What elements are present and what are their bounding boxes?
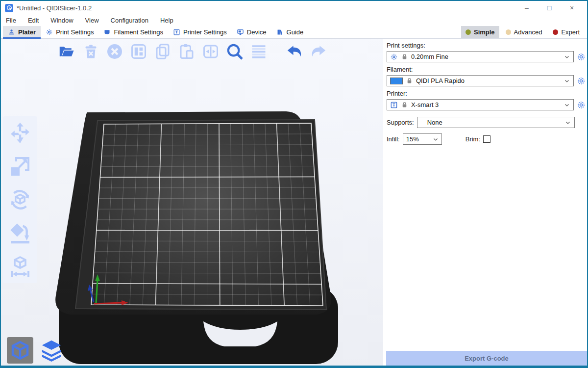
menu-help[interactable]: Help: [160, 17, 173, 24]
chevron-down-icon: [433, 136, 439, 142]
edit-printer-button[interactable]: [576, 100, 586, 109]
menu-file[interactable]: File: [6, 17, 16, 24]
gizmo-toolbar: [3, 116, 37, 283]
app-window: *Untitled - QIDISlicer-1.0.2 – □ × File …: [0, 0, 588, 368]
measure-gizmo-button[interactable]: [7, 254, 33, 279]
lock-icon: [401, 53, 408, 60]
print-settings-value: 0.20mm Fine: [411, 53, 561, 60]
redo-button[interactable]: [309, 42, 328, 61]
filament-value: QIDI PLA Rapido: [416, 77, 561, 84]
filament-color-swatch: [390, 78, 403, 84]
chevron-down-icon: [564, 54, 570, 60]
simple-dot-icon: [466, 29, 471, 35]
split-to-objects-button[interactable]: [201, 42, 220, 61]
window-title: *Untitled - QIDISlicer-1.0.2: [17, 4, 92, 12]
titlebar: *Untitled - QIDISlicer-1.0.2 – □ ×: [1, 1, 587, 15]
mode-simple[interactable]: Simple: [461, 26, 499, 38]
chevron-down-icon: [565, 120, 571, 126]
print-bed: [1, 39, 383, 366]
menu-configuration[interactable]: Configuration: [111, 17, 148, 24]
supports-combo[interactable]: None: [417, 117, 575, 128]
delete-all-button[interactable]: [105, 42, 124, 61]
paste-button[interactable]: [177, 42, 196, 61]
search-button[interactable]: [225, 42, 245, 61]
edit-filament-button[interactable]: [576, 76, 586, 85]
printer-label: Printer:: [387, 90, 586, 97]
chevron-down-icon: [564, 102, 570, 108]
chevron-down-icon: [564, 78, 570, 84]
supports-label: Supports:: [387, 119, 414, 126]
undo-button[interactable]: [285, 42, 304, 61]
3d-editor-view-button[interactable]: [7, 337, 33, 364]
gear-icon: [46, 28, 53, 36]
app-logo-icon: [5, 4, 13, 12]
expert-dot-icon: [553, 29, 558, 35]
tab-filament-settings[interactable]: Filament Settings: [98, 26, 168, 38]
filament-combo[interactable]: QIDI PLA Rapido: [387, 75, 574, 86]
delete-button[interactable]: [81, 42, 100, 61]
print-settings-label: Print settings:: [387, 42, 586, 49]
tab-printer-settings[interactable]: Printer Settings: [168, 26, 232, 38]
mode-selector: Simple Advanced Expert: [461, 26, 585, 38]
tab-plater[interactable]: Plater: [3, 26, 41, 38]
view-mode-buttons: [7, 337, 65, 364]
variable-layer-height-button[interactable]: [249, 42, 269, 61]
export-gcode-button[interactable]: Export G-code: [386, 351, 587, 366]
filament-icon: [103, 28, 111, 36]
printer-value: X-smart 3: [411, 101, 561, 108]
printer-icon: [173, 28, 180, 36]
brim-checkbox[interactable]: [483, 135, 490, 143]
print-settings-combo[interactable]: 0.20mm Fine: [387, 51, 574, 62]
menu-view[interactable]: View: [85, 17, 99, 24]
maximize-button[interactable]: □: [538, 1, 561, 14]
lock-icon: [401, 102, 408, 108]
plater-icon: [8, 28, 15, 36]
3d-viewport[interactable]: [1, 39, 383, 366]
books-icon: [276, 28, 284, 36]
settings-panel: Print settings: 0.20mm Fine Filament:: [383, 39, 587, 366]
minimize-button[interactable]: –: [515, 1, 538, 14]
filament-label: Filament:: [387, 66, 586, 73]
preset-gear-icon: [390, 53, 398, 61]
arrange-button[interactable]: [129, 42, 148, 61]
mode-advanced[interactable]: Advanced: [501, 26, 547, 38]
tab-print-settings[interactable]: Print Settings: [41, 26, 98, 38]
infill-combo[interactable]: 15%: [403, 133, 442, 145]
rotate-gizmo-button[interactable]: [7, 187, 33, 212]
copy-button[interactable]: [153, 42, 172, 61]
lock-icon: [406, 78, 413, 84]
supports-value: None: [427, 119, 562, 126]
top-toolbar: [57, 42, 328, 61]
menu-window[interactable]: Window: [50, 17, 73, 24]
advanced-dot-icon: [506, 29, 511, 35]
place-on-face-gizmo-button[interactable]: [7, 220, 33, 246]
printer-icon: [390, 101, 398, 109]
edit-print-settings-button[interactable]: [576, 52, 586, 61]
infill-label: Infill:: [387, 135, 400, 143]
tab-device[interactable]: Device: [232, 26, 271, 38]
preview-button[interactable]: [38, 337, 65, 364]
tabbar: Plater Print Settings Filament Settings …: [1, 26, 587, 39]
scale-gizmo-button[interactable]: [7, 154, 33, 179]
device-monitor-icon: [237, 28, 244, 36]
menubar: File Edit Window View Configuration Help: [1, 15, 587, 26]
close-button[interactable]: ×: [561, 1, 583, 14]
tab-guide[interactable]: Guide: [271, 26, 309, 38]
open-project-button[interactable]: [57, 42, 76, 61]
menu-edit[interactable]: Edit: [28, 17, 39, 24]
mode-expert[interactable]: Expert: [548, 26, 584, 38]
infill-value: 15%: [406, 135, 431, 143]
brim-label: Brim:: [466, 135, 480, 143]
move-gizmo-button[interactable]: [7, 120, 33, 146]
printer-combo[interactable]: X-smart 3: [387, 99, 574, 110]
